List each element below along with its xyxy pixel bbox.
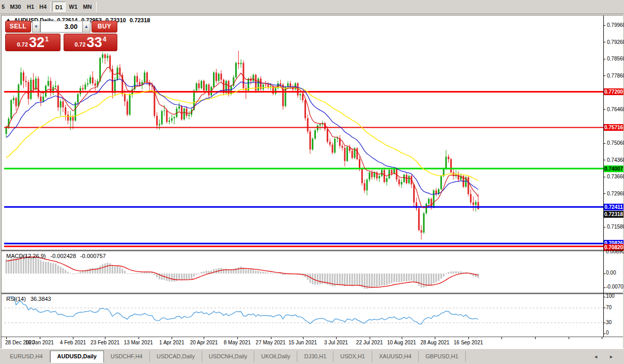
macd-main-value: -0.002428 [50,253,76,259]
macd-axis-zero: 0.00 [606,270,616,276]
rsi-title: RSI(14) [6,296,26,302]
price-tick [603,160,605,160]
date-tick [535,337,536,339]
timeframe-mn-button[interactable]: MN [80,2,95,12]
pane-splitter[interactable] [1,293,623,294]
date-tick-label: 20 Apr 2021 [190,340,218,345]
tab-audusd-daily[interactable]: AUDUSD,Daily [50,351,104,363]
macd-signal-line [6,257,478,287]
rsi-axis-0: 0 [606,330,609,336]
rsi-axis-70: 70 [606,305,612,310]
date-tick-label: 28 Aug 2021 [420,340,449,345]
toolbar-separator [96,2,97,12]
date-tick-label: 23 Feb 2021 [90,340,119,345]
tab-gbpusd-h1[interactable]: GBPUSD,H1 [419,351,466,362]
date-tick [237,337,238,339]
horizontal-levels [4,92,603,247]
price-tick-label: 0.77860 [607,73,624,79]
date-tick [172,337,172,339]
tab-eurusd-h4[interactable]: EURUSD,H4 [3,351,50,362]
timeframe-m5-button[interactable]: 5 [0,2,6,12]
date-tick-label: 15 Jun 2021 [288,340,317,345]
rsi-header: RSI(14) 36.3843 [6,296,51,302]
tab-scroll-right-icon[interactable]: ► [609,354,614,359]
price-tick-label: 0.73660 [607,174,624,179]
date-tick [569,337,569,339]
price-tick [603,193,605,194]
timeframe-toolbar: 5 M30 H1 H4 D1 W1 MN [0,0,624,14]
price-tick [603,227,605,228]
rsi-axis-30: 30 [606,320,612,325]
timeframe-m30-button[interactable]: M30 [8,2,23,12]
tab-dj30-h1[interactable]: DJ30,H1 [297,351,333,362]
timeframe-w1-button[interactable]: W1 [67,2,80,12]
candles [6,51,479,239]
rsi-value: 36.3843 [31,296,51,302]
date-tick-label: 4 Feb 2021 [60,340,86,345]
tab-usdcad-daily[interactable]: USDCAD,Daily [150,351,202,362]
price-tick [603,25,605,26]
level-price-box: 0.75716 [604,124,623,131]
price-tick-label: 0.71580 [607,224,624,230]
price-tick-label: 0.79260 [607,39,624,45]
price-tick [603,42,605,42]
axis-tick [603,274,605,274]
tab-ukoil-daily[interactable]: UKOil,Daily [254,351,297,362]
timeframe-h4-button[interactable]: H4 [37,2,49,12]
date-tick [468,337,469,339]
date-tick-label: 1 Apr 2021 [159,340,184,345]
tab-usdcnh-daily[interactable]: USDCNH,Daily [202,351,255,362]
price-tick-label: 0.75060 [607,140,624,146]
macd-header: MACD(12,26,9) -0.002428 -0.000757 [6,253,106,259]
price-tick [603,75,605,76]
macd-title: MACD(12,26,9) [6,253,45,259]
axis-tick [603,323,605,323]
price-tick-label: 0.74360 [607,157,624,163]
date-tick [501,337,502,339]
macd-histogram [6,255,479,289]
macd-axis-min: -0.00701 [606,284,624,290]
date-axis[interactable]: 28 Dec 202016 Jan 20214 Feb 202123 Feb 2… [4,337,603,347]
level-price-box: 0.72411 [604,204,623,210]
price-tick-label: 0.76460 [607,107,624,112]
timeframe-d1-button[interactable]: D1 [52,2,66,12]
axis-tick [603,297,605,297]
price-tick [603,143,605,144]
date-tick-label: 16 Sep 2021 [454,340,483,345]
rsi-axis-100: 100 [606,293,615,299]
axis-tick [603,308,605,308]
macd-signal-value: -0.000757 [80,253,106,259]
date-tick-label: 3 Jul 2021 [324,340,348,345]
date-tick-label: 27 May 2021 [256,340,286,345]
rsi-line [9,297,478,324]
date-tick-label: 13 Mar 2021 [124,340,153,345]
rsi-canvas[interactable] [4,295,603,337]
date-tick [303,337,303,339]
tab-xauusd-h4[interactable]: XAUUSD,H4 [372,351,419,362]
date-tick [602,337,602,339]
date-tick [40,337,40,339]
date-tick [370,337,370,339]
timeframe-h1-button[interactable]: H1 [24,2,37,12]
date-tick [336,337,337,339]
date-tick [73,337,73,339]
candlestick-canvas[interactable] [4,16,603,250]
current-price-box: 0.72318 [604,211,623,218]
pane-splitter[interactable] [1,250,623,251]
price-tick [603,109,605,110]
tab-usdx-h1[interactable]: USDX,H1 [333,351,372,362]
date-tick-label: 22 Jul 2021 [356,340,383,345]
tab-scroll-left-icon[interactable]: ◄ [593,354,598,359]
date-tick [435,337,435,339]
date-tick-label: 10 Aug 2021 [387,340,416,345]
axis-tick [603,287,605,288]
tab-usdchf-h4[interactable]: USDCHF,H4 [104,351,150,362]
level-price-box: 0.77200 [604,88,623,95]
date-tick-label: 8 May 2021 [224,340,251,345]
date-tick-label: 16 Jan 2021 [25,340,54,345]
axis-tick [603,333,605,334]
toolbar-separator [50,2,51,12]
moving-averages [6,67,478,208]
chart-tab-bar: EURUSD,H4AUDUSD,DailyUSDCHF,H4USDCAD,Dai… [0,348,624,364]
price-tick-label: 0.72960 [607,191,624,196]
